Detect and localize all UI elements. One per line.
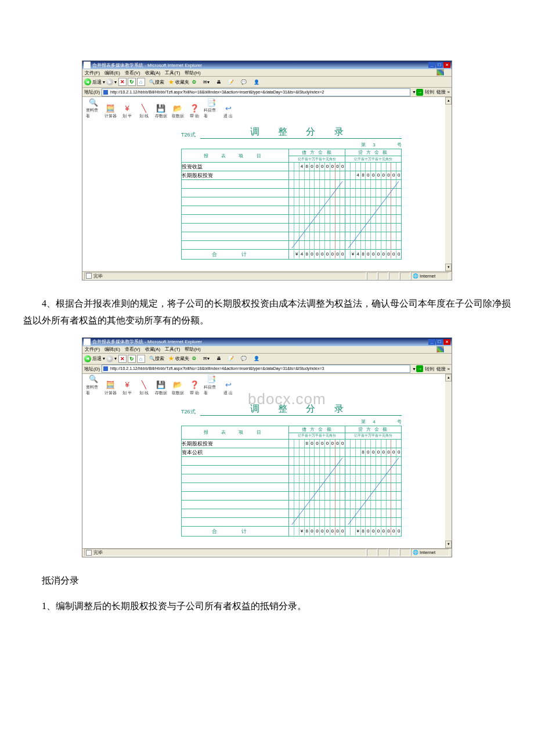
ledger-item[interactable]: [182, 465, 289, 474]
home-button[interactable]: ⌂: [137, 355, 145, 363]
menu-edit[interactable]: 编辑(E): [104, 70, 120, 76]
app-btn-exit[interactable]: ↩退 出: [221, 380, 236, 396]
app-btn-save[interactable]: 💾存数据: [153, 103, 168, 119]
stop-button[interactable]: ✕: [118, 78, 127, 86]
app-btn-subject[interactable]: 📑科目查看: [204, 374, 219, 396]
app-btn-help[interactable]: ❓帮 助: [187, 103, 202, 119]
back-button[interactable]: ◄: [84, 355, 91, 362]
discuss-icon[interactable]: 💬: [238, 354, 250, 363]
ledger-item[interactable]: [182, 206, 289, 215]
ledger-item[interactable]: [182, 197, 289, 206]
search-icon[interactable]: 🔍搜索: [146, 77, 167, 87]
stop-button[interactable]: ✕: [118, 355, 127, 363]
ledger-page-no: 第 4 号: [181, 419, 402, 425]
address-input[interactable]: http://10.2.1.12/hbbb/Bill/Hbbb/Tzfl.asp…: [102, 365, 410, 373]
minimize-button[interactable]: _: [428, 62, 435, 68]
scroll-down-icon[interactable]: ▾: [445, 264, 452, 271]
app-btn-balance[interactable]: ¥划 平: [120, 103, 135, 119]
edit-icon[interactable]: 📝: [225, 77, 237, 87]
app-btn-balance[interactable]: ¥划 平: [120, 380, 135, 396]
app-btn-view[interactable]: 🔍资料查看: [86, 97, 101, 119]
close-button[interactable]: ×: [443, 339, 450, 345]
app-btn-save[interactable]: 💾存数据: [153, 380, 168, 396]
app-btn-exit[interactable]: ↩退 出: [221, 103, 236, 119]
app-btn-subject[interactable]: 📑科目查看: [204, 97, 219, 119]
menu-view[interactable]: 查看(V): [125, 70, 140, 76]
menubar[interactable]: 文件(F) 编辑(E) 查看(V) 收藏(A) 工具(T) 帮助(H): [82, 69, 452, 77]
scrollbar[interactable]: ▴ ▾: [445, 97, 452, 271]
ledger-item[interactable]: [182, 224, 289, 232]
menu-view[interactable]: 查看(V): [125, 346, 140, 352]
back-button[interactable]: ◄: [84, 78, 91, 85]
ledger-item[interactable]: [182, 180, 289, 189]
ledger-item[interactable]: 投资收益: [182, 163, 289, 171]
app-btn-view[interactable]: 🔍资料查看: [86, 374, 101, 396]
app-btn-line[interactable]: ╲划 线: [136, 380, 151, 396]
history-icon[interactable]: ❂: [189, 354, 199, 363]
discuss-icon[interactable]: 💬: [238, 77, 250, 87]
scroll-up-icon[interactable]: ▴: [445, 97, 452, 105]
ledger-item[interactable]: [182, 474, 289, 483]
maximize-button[interactable]: □: [436, 62, 443, 68]
minimize-button[interactable]: _: [428, 339, 435, 345]
titlebar[interactable]: 合并报表多媒体教学系统 - Microsoft Internet Explore…: [82, 61, 452, 69]
ledger-item[interactable]: [182, 509, 289, 517]
home-button[interactable]: ⌂: [137, 78, 145, 86]
ledger-item[interactable]: [182, 500, 289, 509]
forward-button[interactable]: ►: [106, 78, 113, 85]
menubar[interactable]: 文件(F) 编辑(E) 查看(V) 收藏(A) 工具(T) 帮助(H): [82, 346, 452, 354]
ledger-item[interactable]: [182, 483, 289, 491]
menu-tools[interactable]: 工具(T): [165, 346, 180, 352]
app-btn-load[interactable]: 📂取数据: [170, 380, 185, 396]
ledger-item[interactable]: [182, 456, 289, 465]
ledger-item[interactable]: [182, 517, 289, 526]
address-input[interactable]: http://10.2.1.12/hbbb/Bill/Hbbb/Tzfl.asp…: [102, 88, 410, 96]
mail-icon[interactable]: ✉▾: [200, 77, 212, 87]
go-button[interactable]: →: [416, 89, 423, 96]
links-label[interactable]: 链接 »: [436, 89, 450, 95]
app-btn-load[interactable]: 📂取数据: [170, 103, 185, 119]
ledger-item[interactable]: [182, 241, 289, 250]
favorites-icon[interactable]: ★: [168, 355, 174, 362]
favorites-icon[interactable]: ★: [168, 78, 174, 86]
menu-file[interactable]: 文件(F): [85, 70, 100, 76]
menu-file[interactable]: 文件(F): [85, 346, 100, 352]
ledger-item[interactable]: 资本公积: [182, 448, 289, 456]
go-button[interactable]: →: [416, 365, 423, 372]
app-btn-help[interactable]: ❓帮 助: [187, 380, 202, 396]
go-label[interactable]: 转到: [425, 89, 434, 95]
menu-fav[interactable]: 收藏(A): [145, 346, 161, 352]
edit-icon[interactable]: 📝: [225, 354, 237, 363]
refresh-button[interactable]: ↻: [128, 78, 136, 86]
scrollbar[interactable]: ▴▾: [445, 374, 452, 548]
menu-edit[interactable]: 编辑(E): [104, 346, 120, 352]
ledger-item[interactable]: [182, 491, 289, 500]
ledger-item[interactable]: 长期股权投资: [182, 439, 289, 448]
menu-fav[interactable]: 收藏(A): [145, 70, 161, 76]
paragraph-heading: 抵消分录: [0, 569, 534, 595]
menu-help[interactable]: 帮助(H): [185, 346, 200, 352]
msn-icon[interactable]: 👤: [251, 354, 262, 363]
maximize-button[interactable]: □: [436, 339, 443, 345]
msn-icon[interactable]: 👤: [251, 77, 262, 87]
ledger-item[interactable]: [182, 215, 289, 224]
ledger-item[interactable]: 长期股权投资: [182, 171, 289, 180]
refresh-button[interactable]: ↻: [128, 355, 136, 363]
app-toolbar: 🔍资料查看 🧮计算器 ¥划 平 ╲划 线 💾存数据 📂取数据 ❓帮 助 📑科目查…: [82, 374, 452, 397]
menu-help[interactable]: 帮助(H): [185, 70, 200, 76]
menu-tools[interactable]: 工具(T): [165, 70, 180, 76]
app-btn-calc[interactable]: 🧮计算器: [103, 103, 118, 119]
close-button[interactable]: ×: [443, 62, 450, 68]
print-icon[interactable]: 🖶: [214, 354, 224, 363]
app-btn-line[interactable]: ╲划 线: [136, 103, 151, 119]
forward-button[interactable]: ►: [106, 355, 113, 362]
titlebar[interactable]: 合并报表多媒体教学系统 - Microsoft Internet Explore…: [82, 338, 452, 346]
search-icon[interactable]: 🔍搜索: [146, 354, 167, 363]
ledger-item[interactable]: [182, 189, 289, 197]
back-label[interactable]: 后退: [92, 79, 102, 85]
history-icon[interactable]: ❂: [189, 77, 199, 87]
print-icon[interactable]: 🖶: [214, 77, 224, 87]
ledger-item[interactable]: [182, 232, 289, 241]
app-btn-calc[interactable]: 🧮计算器: [103, 380, 118, 396]
mail-icon[interactable]: ✉▾: [200, 354, 212, 363]
